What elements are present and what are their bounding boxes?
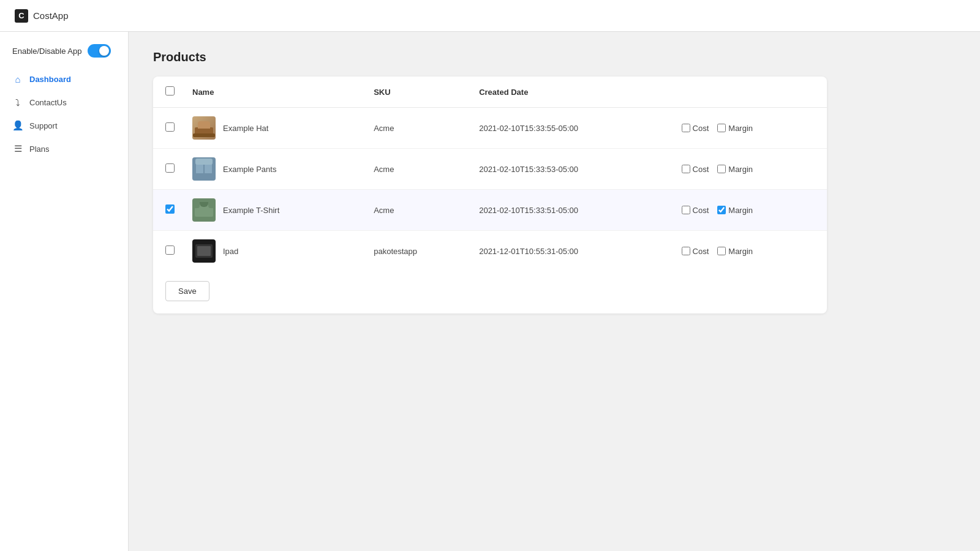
product-options-2: Cost Margin	[673, 149, 827, 190]
product-name-cell-3: Example T-Shirt	[184, 190, 365, 231]
margin-text-4: Margin	[728, 247, 753, 256]
row-checkbox-4[interactable]	[165, 246, 175, 255]
margin-label-4[interactable]: Margin	[717, 247, 753, 256]
product-date-1: 2021-02-10T15:33:55-05:00	[470, 108, 673, 149]
margin-text-3: Margin	[728, 206, 753, 215]
product-name-4: Ipad	[223, 247, 238, 256]
cost-label-3[interactable]: Cost	[682, 206, 709, 215]
cost-label-1[interactable]: Cost	[682, 124, 709, 133]
table-header: Name SKU Created Date	[153, 77, 827, 108]
sidebar-item-label-plans: Plans	[29, 144, 50, 154]
sidebar-item-dashboard[interactable]: ⌂ Dashboard	[0, 67, 128, 91]
cost-checkbox-4[interactable]	[682, 247, 690, 255]
product-date-3: 2021-02-10T15:33:51-05:00	[470, 190, 673, 231]
products-table: Name SKU Created Date	[153, 77, 827, 271]
product-sku-3: Acme	[365, 190, 470, 231]
sidebar-item-contact[interactable]: ⤵ ContactUs	[0, 91, 128, 114]
layout: Enable/Disable App ⌂ Dashboard ⤵ Contact…	[0, 32, 980, 551]
sidebar-item-plans[interactable]: ☰ Plans	[0, 137, 128, 160]
product-options-1: Cost Margin	[673, 108, 827, 149]
app-name: CostApp	[33, 10, 69, 21]
product-sku-2: Acme	[365, 149, 470, 190]
save-button[interactable]: Save	[165, 281, 209, 301]
product-options-3: Cost Margin	[673, 190, 827, 231]
table-row: Ipad pakotestapp 2021-12-01T10:55:31-05:…	[153, 231, 827, 272]
list-icon: ☰	[12, 143, 23, 154]
header-name: Name	[184, 77, 365, 108]
person-icon: 👤	[12, 120, 23, 131]
cost-text-2: Cost	[693, 165, 709, 174]
enable-toggle[interactable]	[88, 44, 111, 58]
contact-icon: ⤵	[12, 97, 23, 108]
margin-checkbox-1[interactable]	[717, 124, 726, 132]
sidebar-item-support[interactable]: 👤 Support	[0, 114, 128, 137]
products-card: Name SKU Created Date	[153, 77, 827, 313]
product-thumbnail-1	[192, 116, 216, 140]
product-thumbnail-4	[192, 239, 216, 263]
product-date-2: 2021-02-10T15:33:53-05:00	[470, 149, 673, 190]
sidebar-nav: ⌂ Dashboard ⤵ ContactUs 👤 Support ☰ Plan…	[0, 67, 128, 160]
sidebar: Enable/Disable App ⌂ Dashboard ⤵ Contact…	[0, 32, 129, 551]
cost-label-4[interactable]: Cost	[682, 247, 709, 256]
save-btn-row: Save	[153, 271, 827, 313]
row-checkbox-cell	[153, 231, 184, 272]
margin-label-3[interactable]: Margin	[717, 206, 753, 215]
row-checkbox-3[interactable]	[165, 204, 175, 214]
header-created-date: Created Date	[470, 77, 673, 108]
enable-label: Enable/Disable App	[12, 47, 81, 56]
margin-text-1: Margin	[728, 124, 753, 133]
margin-label-1[interactable]: Margin	[717, 124, 753, 133]
header-sku: SKU	[365, 77, 470, 108]
cost-checkbox-3[interactable]	[682, 206, 690, 214]
margin-label-2[interactable]: Margin	[717, 165, 753, 174]
sidebar-item-label-contact: ContactUs	[29, 98, 67, 107]
top-bar: C CostApp	[0, 0, 980, 32]
margin-text-2: Margin	[728, 165, 753, 174]
logo-icon: C	[15, 9, 28, 23]
table-row: Example Hat Acme 2021-02-10T15:33:55-05:…	[153, 108, 827, 149]
table-row: Example T-Shirt Acme 2021-02-10T15:33:51…	[153, 190, 827, 231]
cost-text-3: Cost	[693, 206, 709, 215]
product-sku-1: Acme	[365, 108, 470, 149]
products-tbody: Example Hat Acme 2021-02-10T15:33:55-05:…	[153, 108, 827, 272]
select-all-checkbox[interactable]	[165, 86, 175, 96]
product-name-cell-2: Example Pants	[184, 149, 365, 190]
product-date-4: 2021-12-01T10:55:31-05:00	[470, 231, 673, 272]
margin-checkbox-2[interactable]	[717, 165, 726, 173]
product-name-1: Example Hat	[223, 124, 268, 133]
sidebar-item-label-dashboard: Dashboard	[29, 75, 71, 84]
margin-checkbox-4[interactable]	[717, 247, 726, 255]
row-checkbox-cell	[153, 149, 184, 190]
product-name-cell-1: Example Hat	[184, 108, 365, 149]
app-logo: C CostApp	[15, 9, 69, 23]
header-checkbox-col	[153, 77, 184, 108]
enable-toggle-row: Enable/Disable App	[0, 44, 128, 67]
row-checkbox-2[interactable]	[165, 163, 175, 173]
product-name-3: Example T-Shirt	[223, 206, 279, 215]
cost-checkbox-2[interactable]	[682, 165, 690, 173]
home-icon: ⌂	[12, 73, 23, 84]
margin-checkbox-3[interactable]	[717, 206, 726, 214]
page-title: Products	[153, 50, 956, 64]
header-options	[673, 77, 827, 108]
cost-checkbox-1[interactable]	[682, 124, 690, 132]
cost-text-1: Cost	[693, 124, 709, 133]
product-options-4: Cost Margin	[673, 231, 827, 272]
row-checkbox-cell	[153, 190, 184, 231]
product-name-cell-4: Ipad	[184, 231, 365, 272]
cost-label-2[interactable]: Cost	[682, 165, 709, 174]
row-checkbox-1[interactable]	[165, 122, 175, 132]
table-row: Example Pants Acme 2021-02-10T15:33:53-0…	[153, 149, 827, 190]
sidebar-item-label-support: Support	[29, 121, 58, 130]
product-name-2: Example Pants	[223, 165, 276, 174]
row-checkbox-cell	[153, 108, 184, 149]
main-content: Products Name SKU Created Date	[129, 32, 980, 551]
product-sku-4: pakotestapp	[365, 231, 470, 272]
product-thumbnail-3	[192, 198, 216, 222]
cost-text-4: Cost	[693, 247, 709, 256]
product-thumbnail-2	[192, 157, 216, 181]
